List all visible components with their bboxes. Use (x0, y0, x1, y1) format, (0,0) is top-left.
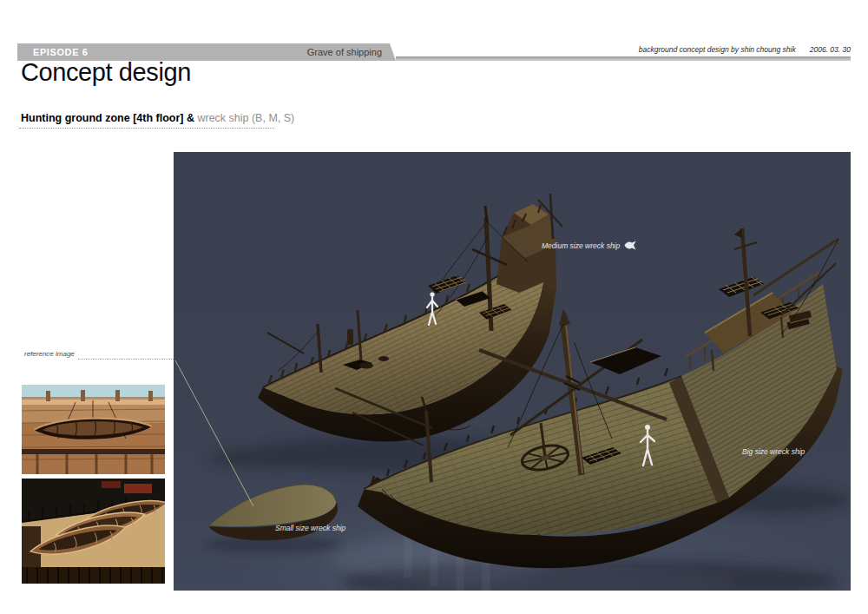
reference-photo-nested-boats (22, 479, 165, 584)
reference-connector-dotted (78, 359, 174, 360)
concept-canvas: Medium size wreck ship Big size wreck sh… (174, 152, 851, 591)
episode-label: EPISODE 6 (33, 47, 88, 57)
label-medium-wreck-ship: Medium size wreck ship (542, 241, 636, 250)
header-rule (396, 56, 851, 61)
section-label: Grave of shipping (307, 47, 382, 57)
credit-date: 2006. 03. 30 (810, 45, 851, 54)
label-big-wreck-ship: Big size wreck ship (742, 447, 805, 456)
reference-photo-ship-model (22, 385, 165, 474)
label-small-wreck-ship: Small size wreck ship (275, 524, 345, 532)
subtitle-underline (19, 128, 274, 129)
small-wreck-ship-text: Small size wreck ship (275, 524, 345, 532)
subtitle-primary: Hunting ground zone [4th floor] & (21, 112, 194, 124)
page-title: Concept design (21, 58, 191, 87)
photo1-illustration (22, 385, 165, 474)
small-wreck-ship-art (206, 485, 341, 552)
medium-wreck-ship-text: Medium size wreck ship (542, 241, 620, 250)
subtitle-secondary: wreck ship (B, M, S) (194, 112, 294, 124)
reference-connector-line (175, 360, 253, 506)
credit-line: background concept design by shin choung… (486, 45, 851, 54)
big-wreck-ship-text: Big size wreck ship (742, 447, 805, 456)
photo2-illustration (22, 479, 165, 584)
credit-text: background concept design by shin choung… (639, 45, 796, 54)
reference-image-label: reference image (24, 350, 75, 358)
medium-wreck-ship-art (258, 194, 562, 441)
subtitle: Hunting ground zone [4th floor] & wreck … (21, 112, 294, 124)
concept-design-page: { "header": { "episode": "EPISODE 6", "s… (0, 0, 868, 614)
fish-icon (624, 241, 636, 250)
